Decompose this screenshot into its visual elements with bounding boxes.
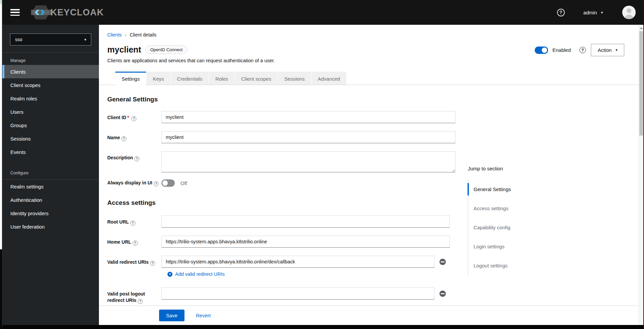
hamburger-menu-icon[interactable] xyxy=(10,9,20,16)
keycloak-logo: KEYCLOAK xyxy=(29,3,104,21)
tab-settings[interactable]: Settings xyxy=(115,72,146,85)
jump-item-access-settings[interactable]: Access settings xyxy=(468,199,568,218)
description-textarea[interactable] xyxy=(161,151,456,172)
jump-item-general-settings[interactable]: General Settings xyxy=(468,180,568,199)
protocol-badge: OpenID Connect xyxy=(145,46,187,54)
form-action-footer: Save Revert xyxy=(99,306,639,325)
post-logout-uri-input[interactable] xyxy=(161,287,434,300)
tab-roles[interactable]: Roles xyxy=(209,72,234,85)
help-icon[interactable]: ? xyxy=(154,181,159,186)
name-input[interactable] xyxy=(161,131,456,143)
top-bar-right: ? admin ▾ xyxy=(557,6,644,19)
realm-name: sso xyxy=(15,37,22,42)
breadcrumb-clients-link[interactable]: Clients xyxy=(107,32,122,37)
tab-bar: Settings Keys Credentials Roles Client s… xyxy=(99,72,639,85)
nav-section-configure: Configure xyxy=(2,159,99,179)
brand-text: KEYCLOAK xyxy=(50,7,104,18)
remove-post-logout-uri-button[interactable] xyxy=(439,291,446,297)
tab-credentials[interactable]: Credentials xyxy=(171,72,209,85)
always-display-state: Off xyxy=(180,180,187,186)
vertical-scrollbar[interactable] xyxy=(639,25,643,325)
settings-form: General Settings Client ID*? Name? Descr… xyxy=(99,95,639,313)
name-row: Name? xyxy=(107,131,639,143)
remove-redirect-uri-button[interactable] xyxy=(439,259,446,265)
help-icon[interactable]: ? xyxy=(130,221,135,226)
client-id-row: Client ID*? xyxy=(107,111,639,123)
sidebar: sso ▾ Manage Clients Client scopes Realm… xyxy=(2,25,99,325)
page-title: myclient xyxy=(107,44,141,55)
help-icon[interactable]: ? xyxy=(131,116,136,121)
help-icon[interactable]: ? xyxy=(579,47,586,53)
post-logout-uris-row: Valid post logout redirect URIs? xyxy=(107,287,639,304)
always-display-toggle[interactable] xyxy=(161,179,175,187)
sidebar-item-realm-roles[interactable]: Realm roles xyxy=(2,92,99,105)
sidebar-item-users[interactable]: Users xyxy=(2,105,99,118)
nav-section-manage: Manage xyxy=(2,53,99,65)
jump-item-login-settings[interactable]: Login settings xyxy=(468,237,568,256)
sidebar-item-clients[interactable]: Clients xyxy=(2,65,99,78)
save-button[interactable]: Save xyxy=(159,310,184,321)
header-controls: Enabled ? Action ▾ xyxy=(535,44,624,56)
left-window-edge xyxy=(0,0,2,329)
help-icon[interactable]: ? xyxy=(121,136,126,141)
sidebar-item-sessions[interactable]: Sessions xyxy=(2,132,99,145)
root-url-input[interactable] xyxy=(161,216,450,228)
page-description: Clients are applications and services th… xyxy=(107,57,639,64)
chevron-down-icon: ▾ xyxy=(84,37,86,42)
help-icon[interactable]: ? xyxy=(134,156,139,161)
sidebar-item-identity-providers[interactable]: Identity providers xyxy=(2,207,99,220)
tab-advanced[interactable]: Advanced xyxy=(311,72,347,85)
action-label: Action xyxy=(598,47,612,53)
client-id-label: Client ID*? xyxy=(107,111,161,121)
sidebar-item-groups[interactable]: Groups xyxy=(2,118,99,132)
post-logout-uris-label: Valid post logout redirect URIs? xyxy=(107,287,161,304)
main-content: Clients › Client details myclient OpenID… xyxy=(99,25,639,325)
help-icon[interactable]: ? xyxy=(133,241,138,246)
jump-item-logout-settings[interactable]: Logout settings xyxy=(468,256,568,275)
manage-nav: Clients Client scopes Realm roles Users … xyxy=(2,65,99,159)
always-display-label: Always display in UI? xyxy=(107,180,161,186)
revert-button[interactable]: Revert xyxy=(196,313,211,318)
jump-to-section-title: Jump to section xyxy=(468,166,568,171)
configure-nav: Realm settings Authentication Identity p… xyxy=(2,180,99,233)
client-id-input[interactable] xyxy=(161,111,456,123)
help-icon[interactable]: ? xyxy=(557,9,565,16)
jump-item-capability-config[interactable]: Capability config xyxy=(468,218,568,237)
username: admin xyxy=(584,10,597,15)
description-label: Description? xyxy=(107,151,161,161)
general-settings-heading: General Settings xyxy=(107,95,639,103)
top-bar: KEYCLOAK ? admin ▾ xyxy=(2,0,644,25)
user-menu[interactable]: admin ▾ xyxy=(584,10,603,15)
enabled-label: Enabled xyxy=(552,47,571,53)
sidebar-item-client-scopes[interactable]: Client scopes xyxy=(2,78,99,92)
scrollbar-up-arrow-icon[interactable] xyxy=(640,27,643,29)
required-asterisk: * xyxy=(127,115,129,120)
chevron-down-icon: ▾ xyxy=(616,48,618,52)
help-icon[interactable]: ? xyxy=(150,261,155,266)
breadcrumb-current: Client details xyxy=(130,32,156,37)
tab-client-scopes[interactable]: Client scopes xyxy=(235,72,278,85)
sidebar-item-events[interactable]: Events xyxy=(2,145,99,159)
realm-selector[interactable]: sso ▾ xyxy=(10,33,91,46)
root-url-label: Root URL? xyxy=(107,216,161,226)
avatar[interactable] xyxy=(622,6,636,19)
sidebar-item-realm-settings[interactable]: Realm settings xyxy=(2,180,99,193)
action-dropdown[interactable]: Action ▾ xyxy=(591,44,624,56)
sidebar-item-authentication[interactable]: Authentication xyxy=(2,193,99,207)
scrollbar-thumb[interactable] xyxy=(639,31,643,136)
plus-circle-icon: + xyxy=(167,272,172,277)
jump-to-section-panel: Jump to section General Settings Access … xyxy=(468,166,568,275)
name-label: Name? xyxy=(107,131,161,141)
sidebar-item-user-federation[interactable]: User federation xyxy=(2,220,99,233)
valid-redirect-uri-input[interactable] xyxy=(161,256,434,268)
chevron-down-icon: ▾ xyxy=(601,10,603,15)
tab-keys[interactable]: Keys xyxy=(146,72,170,85)
help-icon[interactable]: ? xyxy=(138,299,143,304)
breadcrumb: Clients › Client details xyxy=(99,25,639,37)
enabled-toggle[interactable] xyxy=(535,47,548,54)
jump-to-section-list: General Settings Access settings Capabil… xyxy=(468,180,568,275)
keycloak-admin-console: KEYCLOAK ? admin ▾ sso ▾ Manage xyxy=(0,0,644,329)
home-url-input[interactable] xyxy=(161,236,450,248)
tab-sessions[interactable]: Sessions xyxy=(278,72,311,85)
home-url-label: Home URL? xyxy=(107,236,161,246)
